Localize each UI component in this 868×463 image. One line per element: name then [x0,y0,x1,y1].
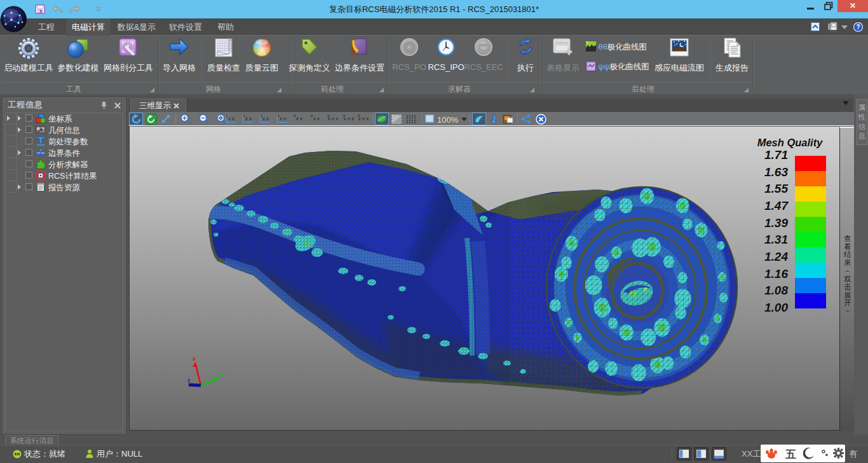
svg-text:z: z [187,377,191,384]
svg-text:y: y [219,371,222,377]
svg-text:x: x [193,356,196,362]
svg-text:?: ? [856,24,860,31]
